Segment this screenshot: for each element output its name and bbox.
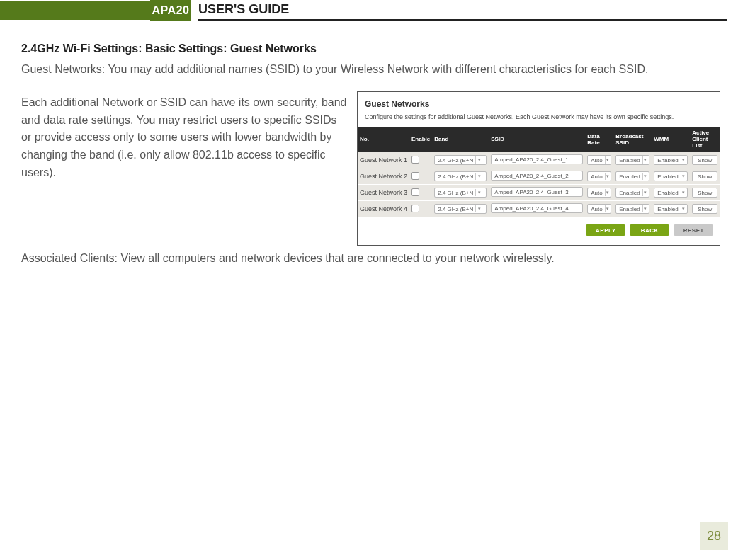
enable-checkbox[interactable] — [411, 156, 419, 164]
chevron-down-icon: ▾ — [475, 205, 482, 212]
broadcast-select[interactable]: Enabled▾ — [615, 188, 649, 198]
document-header: APA20 USER'S GUIDE — [0, 0, 738, 21]
show-clients-button[interactable]: Show — [692, 171, 717, 181]
chevron-down-icon: ▾ — [605, 156, 610, 164]
col-wmm: WMM — [652, 127, 690, 152]
data-rate-select[interactable]: Auto▾ — [587, 171, 611, 181]
chevron-down-icon: ▾ — [605, 205, 610, 212]
chevron-down-icon: ▾ — [642, 156, 648, 164]
band-select[interactable]: 2.4 GHz (B+N▾ — [434, 171, 487, 181]
chevron-down-icon: ▾ — [475, 156, 482, 164]
band-select[interactable]: 2.4 GHz (B+N▾ — [434, 188, 487, 198]
chevron-down-icon: ▾ — [681, 205, 686, 212]
data-rate-select[interactable]: Auto▾ — [587, 188, 611, 198]
chevron-down-icon: ▾ — [681, 173, 686, 180]
table-row: Guest Network 42.4 GHz (B+N▾Amped_APA20_… — [358, 201, 720, 217]
chevron-down-icon: ▾ — [605, 173, 610, 180]
wmm-select[interactable]: Enabled▾ — [654, 155, 688, 165]
col-band: Band — [432, 127, 489, 152]
guest-networks-panel: Guest Networks Configure the settings fo… — [357, 91, 720, 246]
ssid-input[interactable]: Amped_APA20_2.4_Guest_2 — [491, 171, 583, 181]
chevron-down-icon: ▾ — [681, 189, 686, 196]
product-tag: APA20 — [150, 0, 191, 21]
broadcast-select[interactable]: Enabled▾ — [615, 171, 649, 181]
row-label: Guest Network 4 — [358, 201, 409, 217]
broadcast-select[interactable]: Enabled▾ — [615, 204, 649, 214]
broadcast-select[interactable]: Enabled▾ — [615, 155, 649, 165]
chevron-down-icon: ▾ — [605, 189, 610, 196]
chevron-down-icon: ▾ — [475, 173, 482, 180]
wmm-select[interactable]: Enabled▾ — [654, 171, 688, 181]
panel-actions: APPLY BACK RESET — [358, 217, 720, 245]
col-active-client-list: Active Client List — [690, 127, 720, 152]
chevron-down-icon: ▾ — [642, 173, 648, 180]
ssid-input[interactable]: Amped_APA20_2.4_Guest_3 — [491, 187, 583, 197]
table-row: Guest Network 22.4 GHz (B+N▾Amped_APA20_… — [358, 168, 720, 185]
show-clients-button[interactable]: Show — [692, 155, 717, 165]
wmm-select[interactable]: Enabled▾ — [654, 204, 688, 214]
show-clients-button[interactable]: Show — [692, 188, 717, 198]
row-label: Guest Network 2 — [358, 168, 409, 185]
col-no: No. — [358, 127, 409, 152]
enable-checkbox[interactable] — [411, 172, 419, 180]
col-broadcast-ssid: Broadcast SSID — [613, 127, 652, 152]
data-rate-select[interactable]: Auto▾ — [587, 204, 611, 214]
enable-checkbox[interactable] — [411, 205, 419, 212]
enable-checkbox[interactable] — [411, 188, 419, 196]
document-title: USER'S GUIDE — [198, 2, 289, 17]
apply-button[interactable]: APPLY — [586, 224, 625, 236]
show-clients-button[interactable]: Show — [692, 204, 717, 214]
data-rate-select[interactable]: Auto▾ — [587, 155, 611, 165]
band-select[interactable]: 2.4 GHz (B+N▾ — [434, 204, 487, 214]
ssid-input[interactable]: Amped_APA20_2.4_Guest_4 — [491, 203, 583, 213]
wmm-select[interactable]: Enabled▾ — [654, 188, 688, 198]
back-button[interactable]: BACK — [630, 224, 669, 236]
page-body: 2.4GHz Wi-Fi Settings: Basic Settings: G… — [0, 21, 738, 268]
panel-description: Configure the settings for additional Gu… — [358, 113, 720, 127]
table-row: Guest Network 12.4 GHz (B+N▾Amped_APA20_… — [358, 152, 720, 168]
section-heading: 2.4GHz Wi-Fi Settings: Basic Settings: G… — [21, 42, 717, 55]
paragraph-2: Each additional Network or SSID can have… — [21, 94, 347, 182]
chevron-down-icon: ▾ — [475, 189, 482, 196]
row-label: Guest Network 3 — [358, 185, 409, 201]
reset-button[interactable]: RESET — [674, 224, 713, 236]
chevron-down-icon: ▾ — [642, 205, 648, 212]
ssid-input[interactable]: Amped_APA20_2.4_Guest_1 — [491, 154, 583, 164]
header-rule — [198, 19, 727, 21]
row-label: Guest Network 1 — [358, 152, 409, 168]
band-select[interactable]: 2.4 GHz (B+N▾ — [434, 155, 487, 165]
intro-paragraph: Guest Networks: You may add additional n… — [21, 61, 717, 79]
chevron-down-icon: ▾ — [681, 156, 686, 164]
table-row: Guest Network 32.4 GHz (B+N▾Amped_APA20_… — [358, 185, 720, 201]
chevron-down-icon: ▾ — [642, 189, 648, 196]
col-data-rate: Data Rate — [585, 127, 613, 152]
paragraph-3: Associated Clients: View all computers a… — [21, 250, 717, 268]
panel-title: Guest Networks — [358, 92, 720, 113]
page-number: 28 — [700, 522, 728, 550]
guest-networks-table: No. Enable Band SSID Data Rate Broadcast… — [358, 127, 720, 217]
col-ssid: SSID — [489, 127, 585, 152]
col-enable: Enable — [409, 127, 432, 152]
